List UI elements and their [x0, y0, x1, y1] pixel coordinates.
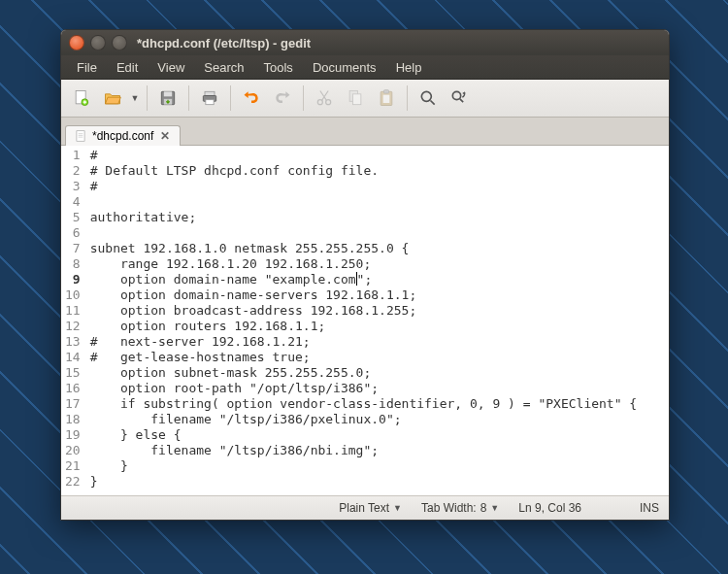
code-line[interactable]: option subnet-mask 255.255.255.0; [90, 365, 669, 381]
tab-dhcpd-conf[interactable]: *dhcpd.conf ✕ [65, 125, 181, 146]
code-line[interactable]: authoritative; [90, 210, 669, 225]
print-button[interactable] [195, 84, 224, 113]
copy-button[interactable] [341, 84, 370, 113]
find-replace-button[interactable] [445, 84, 474, 113]
code-line[interactable]: } else { [90, 427, 669, 443]
separator [303, 85, 304, 111]
line-number: 21 [65, 458, 81, 474]
editor[interactable]: 12345678910111213141516171819202122 ## D… [61, 146, 669, 495]
menu-search[interactable]: Search [194, 57, 253, 78]
line-number: 11 [65, 303, 81, 319]
code-line[interactable]: subnet 192.168.1.0 netmask 255.255.255.0… [90, 241, 669, 256]
code-line[interactable]: filename "/ltsp/i386/nbi.img"; [90, 443, 669, 458]
separator [407, 85, 408, 111]
code-line[interactable]: # [90, 179, 669, 194]
code-line[interactable]: # Default LTSP dhcpd.conf config file. [90, 163, 669, 179]
code-line[interactable]: option root-path "/opt/ltsp/i386"; [90, 381, 669, 396]
window-title: *dhcpd.conf (/etc/ltsp) - gedit [137, 36, 311, 51]
gedit-window: *dhcpd.conf (/etc/ltsp) - gedit File Edi… [60, 29, 670, 521]
svg-point-16 [452, 91, 460, 99]
open-recent-dropdown[interactable]: ▼ [129, 93, 141, 103]
code-line[interactable]: option routers 192.168.1.1; [90, 319, 669, 334]
menu-edit[interactable]: Edit [107, 57, 148, 78]
line-number: 20 [65, 443, 81, 458]
svg-rect-14 [383, 95, 390, 103]
line-number: 16 [65, 381, 81, 396]
line-number: 17 [65, 396, 81, 412]
tab-close-button[interactable]: ✕ [158, 129, 172, 143]
code-line[interactable]: # get-lease-hostnames true; [90, 350, 669, 365]
line-number: 4 [65, 194, 81, 210]
tabbar: *dhcpd.conf ✕ [61, 118, 669, 146]
code-line[interactable] [90, 225, 669, 241]
maximize-icon[interactable] [112, 35, 127, 51]
separator [230, 85, 231, 111]
insert-mode[interactable]: INS [591, 501, 669, 515]
line-number-gutter: 12345678910111213141516171819202122 [61, 146, 86, 495]
line-number: 1 [65, 148, 81, 163]
chevron-down-icon: ▼ [393, 503, 402, 513]
svg-rect-11 [353, 94, 361, 105]
paste-button[interactable] [372, 84, 401, 113]
svg-rect-3 [164, 91, 172, 96]
line-number: 9 [65, 272, 81, 287]
code-line[interactable]: option broadcast-address 192.168.1.255; [90, 303, 669, 319]
line-number: 15 [65, 365, 81, 381]
line-number: 3 [65, 179, 81, 194]
tab-width-selector[interactable]: Tab Width: 8 ▼ [412, 501, 509, 515]
line-number: 2 [65, 163, 81, 179]
chevron-down-icon: ▼ [490, 503, 499, 513]
line-number: 6 [65, 225, 81, 241]
line-number: 14 [65, 350, 81, 365]
code-line[interactable]: option domain-name "example.com"; [90, 272, 669, 287]
line-number: 12 [65, 319, 81, 334]
line-number: 18 [65, 412, 81, 427]
menu-tools[interactable]: Tools [254, 57, 303, 78]
line-number: 19 [65, 427, 81, 443]
svg-rect-17 [77, 131, 84, 142]
close-icon[interactable] [69, 35, 84, 51]
menu-help[interactable]: Help [386, 57, 432, 78]
menu-documents[interactable]: Documents [303, 57, 386, 78]
line-number: 22 [65, 474, 81, 490]
code-line[interactable]: range 192.168.1.20 192.168.1.250; [90, 256, 669, 272]
code-line[interactable]: # [90, 148, 669, 163]
titlebar[interactable]: *dhcpd.conf (/etc/ltsp) - gedit [61, 30, 669, 55]
svg-point-15 [421, 91, 431, 101]
svg-rect-13 [384, 90, 389, 93]
svg-rect-7 [206, 100, 214, 105]
separator [147, 85, 148, 111]
code-line[interactable]: filename "/ltsp/i386/pxelinux.0"; [90, 412, 669, 427]
line-number: 7 [65, 241, 81, 256]
code-line[interactable]: if substring( option vendor-class-identi… [90, 396, 669, 412]
new-file-button[interactable] [67, 84, 96, 113]
undo-button[interactable] [237, 84, 266, 113]
svg-rect-5 [205, 91, 215, 95]
cut-button[interactable] [310, 84, 339, 113]
tab-label: *dhcpd.conf [92, 129, 153, 143]
line-number: 5 [65, 210, 81, 225]
cursor-position: Ln 9, Col 36 [509, 501, 591, 515]
syntax-selector[interactable]: Plain Text ▼ [329, 501, 412, 515]
code-line[interactable] [90, 194, 669, 210]
save-button[interactable] [153, 84, 182, 113]
toolbar: ▼ [61, 80, 669, 118]
code-area[interactable]: ## Default LTSP dhcpd.conf config file.#… [86, 146, 669, 495]
line-number: 13 [65, 334, 81, 350]
statusbar: Plain Text ▼ Tab Width: 8 ▼ Ln 9, Col 36… [61, 495, 669, 520]
minimize-icon[interactable] [90, 35, 106, 51]
code-line[interactable]: } [90, 474, 669, 490]
line-number: 8 [65, 256, 81, 272]
code-line[interactable]: option domain-name-servers 192.168.1.1; [90, 287, 669, 303]
redo-button[interactable] [268, 84, 297, 113]
find-button[interactable] [414, 84, 443, 113]
code-line[interactable]: } [90, 458, 669, 474]
document-icon [74, 129, 87, 143]
menu-view[interactable]: View [148, 57, 194, 78]
line-number: 10 [65, 287, 81, 303]
code-line[interactable]: # next-server 192.168.1.21; [90, 334, 669, 350]
menubar: File Edit View Search Tools Documents He… [61, 55, 669, 80]
open-file-button[interactable] [98, 84, 127, 113]
text-cursor [356, 272, 357, 286]
menu-file[interactable]: File [67, 57, 107, 78]
